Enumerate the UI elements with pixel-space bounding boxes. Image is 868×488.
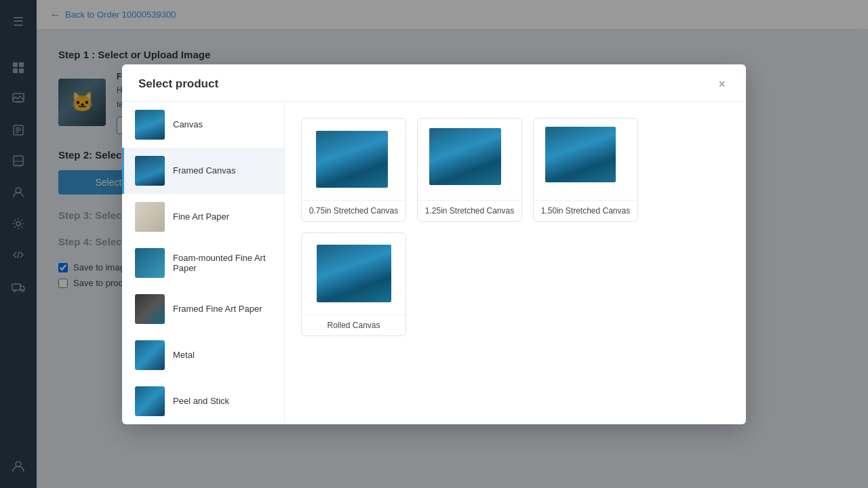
option-card-150-stretched[interactable]: 1.50in Stretched Canvas [533, 118, 638, 222]
product-item-canvas[interactable]: Canvas [122, 102, 284, 148]
product-item-foam-mounted[interactable]: Foam-mounted Fine Art Paper [122, 240, 284, 286]
modal-body: Canvas Framed Canvas Fine Ar [122, 102, 746, 424]
option-label-075: 0.75in Stretched Canvas [302, 200, 406, 221]
product-item-peel-stick[interactable]: Peel and Stick [122, 378, 284, 424]
option-card-rolled[interactable]: Rolled Canvas [301, 232, 406, 336]
product-item-fine-art-paper[interactable]: Fine Art Paper [122, 194, 284, 240]
framed-canvas-thumb [135, 156, 165, 186]
modal-header: Select product × [122, 64, 746, 102]
modal-close-button[interactable]: × [714, 77, 730, 92]
framed-fine-paper-label: Framed Fine Art Paper [173, 304, 262, 314]
option-label-150: 1.50in Stretched Canvas [534, 200, 637, 221]
option-img-rolled [302, 233, 406, 314]
option-label-125: 1.25in Stretched Canvas [418, 200, 521, 221]
option-card-125-stretched[interactable]: 1.25in Stretched Canvas [417, 118, 522, 222]
options-grid: 0.75in Stretched Canvas 1.25in Stretched… [301, 118, 730, 336]
option-img-150 [534, 119, 637, 200]
option-label-rolled: Rolled Canvas [302, 314, 406, 336]
framed-fine-paper-thumb [135, 294, 165, 324]
option-img-125 [418, 119, 521, 200]
product-list: Canvas Framed Canvas Fine Ar [122, 102, 285, 424]
product-item-framed-fine-paper[interactable]: Framed Fine Art Paper [122, 286, 284, 332]
foam-mounted-label: Foam-mounted Fine Art Paper [173, 253, 273, 273]
modal-title: Select product [138, 77, 218, 91]
framed-canvas-label: Framed Canvas [173, 165, 235, 176]
option-card-075-stretched[interactable]: 0.75in Stretched Canvas [301, 118, 406, 222]
option-img-075 [302, 119, 406, 200]
canvas-label: Canvas [173, 119, 203, 129]
product-options-area: 0.75in Stretched Canvas 1.25in Stretched… [285, 102, 746, 424]
metal-label: Metal [173, 350, 195, 360]
select-product-modal: Select product × Canvas [122, 64, 746, 424]
product-item-metal[interactable]: Metal [122, 332, 284, 378]
product-item-framed-canvas[interactable]: Framed Canvas [122, 148, 284, 194]
fine-art-paper-thumb [135, 202, 165, 232]
fine-art-paper-label: Fine Art Paper [173, 211, 229, 222]
canvas-thumb [135, 110, 165, 140]
foam-mounted-thumb [135, 248, 165, 278]
main-content: ← Back to Order 10000539300 Step 1 : Sel… [37, 0, 868, 488]
peel-stick-label: Peel and Stick [173, 396, 229, 406]
peel-stick-thumb [135, 386, 165, 416]
metal-thumb [135, 340, 165, 370]
modal-overlay[interactable]: Select product × Canvas [37, 0, 868, 488]
